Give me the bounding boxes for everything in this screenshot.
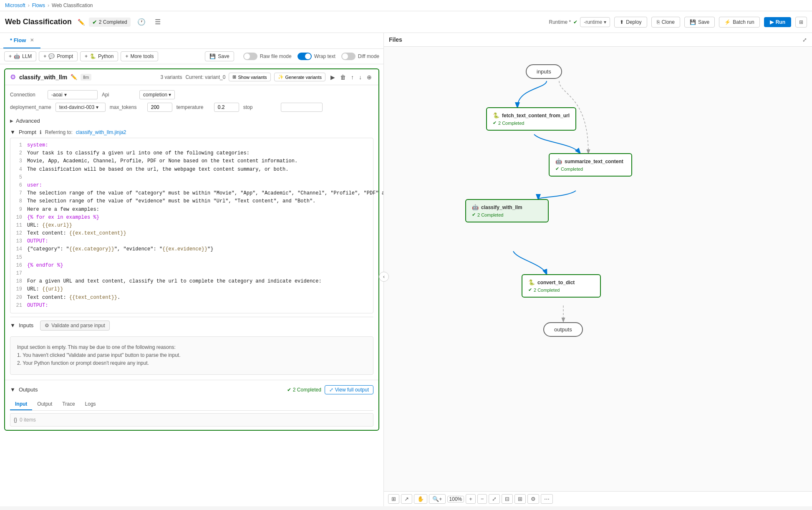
prompt-label: Prompt — [19, 129, 36, 135]
deployment-label: deployment_name — [10, 104, 51, 110]
diag-layout-horiz-button[interactable]: ⊟ — [502, 494, 513, 504]
diag-hand-button[interactable]: ✋ — [414, 494, 427, 504]
convert-node-header: 🐍 convert_to_dict — [528, 279, 594, 285]
connection-chevron-icon: ▾ — [64, 92, 67, 98]
summarize-node-icon: 🤖 — [555, 158, 562, 164]
flow-tab[interactable]: * Flow ✕ — [3, 33, 40, 48]
collapse-panel-button[interactable]: ‹ — [379, 272, 389, 282]
classify-node-label: classify_with_llm — [481, 205, 522, 210]
advanced-toggle[interactable]: ▶ Advanced — [10, 115, 373, 126]
tab-close-icon[interactable]: ✕ — [30, 38, 34, 43]
list-button[interactable]: ☰ — [152, 16, 163, 28]
show-variants-button[interactable]: ⊞ Show variants — [229, 73, 270, 81]
api-label: Api — [102, 92, 135, 98]
diag-zoom-out-button[interactable]: − — [477, 494, 487, 504]
code-editor: 1system:2Your task is to classify a give… — [10, 138, 373, 313]
move-up-node-button[interactable]: ↑ — [349, 73, 356, 81]
run-node-button[interactable]: ▶ — [329, 73, 337, 81]
prompt-info-icon: ℹ — [40, 129, 42, 135]
diag-zoom-in-button[interactable]: 🔍+ — [429, 494, 446, 504]
save-button[interactable]: 💾 Save — [684, 17, 715, 28]
output-tab-logs[interactable]: Logs — [80, 399, 101, 410]
save-icon: 💾 — [690, 19, 696, 25]
deployment-select[interactable]: text-davinci-003 ▾ — [55, 103, 106, 112]
left-panel: * Flow ✕ + 🤖 LLM + 💬 Prompt + 🐍 Python — [0, 33, 384, 506]
expand-files-icon[interactable]: ⤢ — [802, 37, 807, 43]
main-layout: * Flow ✕ + 🤖 LLM + 💬 Prompt + 🐍 Python — [0, 33, 812, 506]
stop-input[interactable] — [281, 103, 323, 112]
diag-zoom-in2-button[interactable]: + — [466, 494, 476, 504]
top-header: Web Classification ✏️ ✔ 2 Completed 🕐 ☰ … — [0, 11, 812, 33]
breadcrumb-sep2: › — [48, 3, 49, 8]
node-file-badge: llm — [81, 74, 91, 81]
flow-content: ⚙ classify_with_llm ✏️ llm 3 variants Cu… — [0, 64, 383, 506]
add-prompt-button[interactable]: + 💬 Prompt — [39, 51, 78, 61]
max-tokens-input[interactable] — [147, 103, 172, 112]
convert-status-label: 2 Completed — [534, 288, 560, 293]
output-tab-output[interactable]: Output — [32, 399, 57, 410]
diag-select-button[interactable]: ↗ — [401, 494, 412, 504]
runtime-dropdown[interactable]: -runtime ▾ — [580, 17, 610, 27]
breadcrumb-current: Web Classification — [52, 3, 93, 8]
wrap-text-toggle[interactable] — [298, 53, 312, 60]
node-body: Connection -aoai ▾ Api completion ▾ — [5, 85, 378, 380]
status-check-icon: ✔ — [92, 19, 97, 25]
diagram-node-outputs[interactable]: outputs — [543, 322, 583, 337]
generate-variants-button[interactable]: ✨ Generate variants — [274, 73, 325, 81]
output-content-area: {} 0 items — [10, 413, 373, 427]
add-python-button[interactable]: + 🐍 Python — [80, 51, 118, 61]
layout-toggle-button[interactable]: ⊞ — [795, 17, 807, 28]
diagram-node-classify[interactable]: 🤖 classify_with_llm ✔ 2 Completed — [465, 199, 549, 222]
diagram-node-convert[interactable]: 🐍 convert_to_dict ✔ 2 Completed — [522, 274, 601, 298]
raw-file-toggle[interactable] — [243, 53, 257, 60]
history-button[interactable]: 🕐 — [135, 16, 148, 28]
diag-settings-button[interactable]: ⚙ — [527, 494, 539, 504]
toolbar-save-button[interactable]: 💾 Save — [205, 51, 234, 61]
diagram-node-fetch-text[interactable]: 🐍 fetch_text_content_from_url ✔ 2 Comple… — [486, 107, 576, 131]
python-icon: 🐍 — [90, 53, 96, 59]
diag-grid-button[interactable]: ⊞ — [388, 494, 399, 504]
temperature-label: temperature — [177, 104, 210, 110]
advanced-chevron-icon: ▶ — [10, 119, 13, 123]
diagram-node-summarize[interactable]: 🤖 summarize_text_content ✔ Completed — [549, 153, 632, 177]
temperature-input[interactable] — [214, 103, 239, 112]
breadcrumb-microsoft[interactable]: Microsoft — [5, 3, 25, 8]
more-node-button[interactable]: ⊕ — [365, 73, 373, 81]
batch-run-button[interactable]: ⚡ Batch run — [719, 17, 759, 28]
clone-icon: ⎘ — [657, 19, 660, 25]
validate-parse-button[interactable]: ⚙ Validate and parse input — [40, 321, 110, 331]
diag-more-button[interactable]: ⋯ — [541, 494, 553, 504]
more-tools-button[interactable]: + More tools — [121, 51, 158, 61]
convert-node-label: convert_to_dict — [537, 280, 575, 285]
deploy-button[interactable]: ⬆ Deploy — [614, 17, 647, 28]
diag-fit-button[interactable]: ⤢ — [489, 494, 500, 504]
classify-status-icon: ✔ — [472, 212, 476, 217]
edit-title-icon[interactable]: ✏️ — [78, 19, 85, 25]
output-tabs: Input Output Trace Logs — [10, 399, 373, 411]
diagram-node-inputs[interactable]: inputs — [526, 64, 562, 79]
validate-icon: ⚙ — [45, 323, 49, 328]
convert-node-status: ✔ 2 Completed — [528, 287, 594, 293]
add-llm-button[interactable]: + 🤖 LLM — [4, 51, 36, 61]
flow-svg — [384, 47, 812, 491]
diag-layout-vert-button[interactable]: ⊞ — [514, 494, 526, 504]
show-variants-icon: ⊞ — [232, 74, 236, 80]
max-tokens-label: max_tokens — [110, 104, 143, 110]
stop-label: stop — [243, 104, 277, 110]
move-down-node-button[interactable]: ↓ — [357, 73, 363, 81]
diff-mode-toggle[interactable] — [341, 53, 356, 60]
clone-button[interactable]: ⎘ Clone — [651, 17, 680, 28]
delete-node-button[interactable]: 🗑 — [338, 73, 348, 81]
node-edit-icon[interactable]: ✏️ — [71, 74, 77, 80]
fetch-status-icon: ✔ — [493, 120, 497, 126]
run-button[interactable]: ▶ Run — [764, 17, 791, 27]
output-tab-input[interactable]: Input — [10, 399, 32, 410]
breadcrumb-flows[interactable]: Flows — [32, 3, 45, 8]
output-tab-trace[interactable]: Trace — [57, 399, 80, 410]
prompt-file-link[interactable]: classify_with_llm.jinja2 — [76, 129, 126, 135]
connection-select[interactable]: -aoai ▾ — [48, 90, 98, 99]
view-full-output-button[interactable]: ⤢ View full output — [325, 385, 373, 394]
prompt-header[interactable]: ▼ Prompt ℹ Referring to: classify_with_l… — [10, 126, 373, 138]
breadcrumb-sep1: › — [28, 3, 30, 8]
fetch-node-label: fetch_text_content_from_url — [502, 113, 570, 119]
